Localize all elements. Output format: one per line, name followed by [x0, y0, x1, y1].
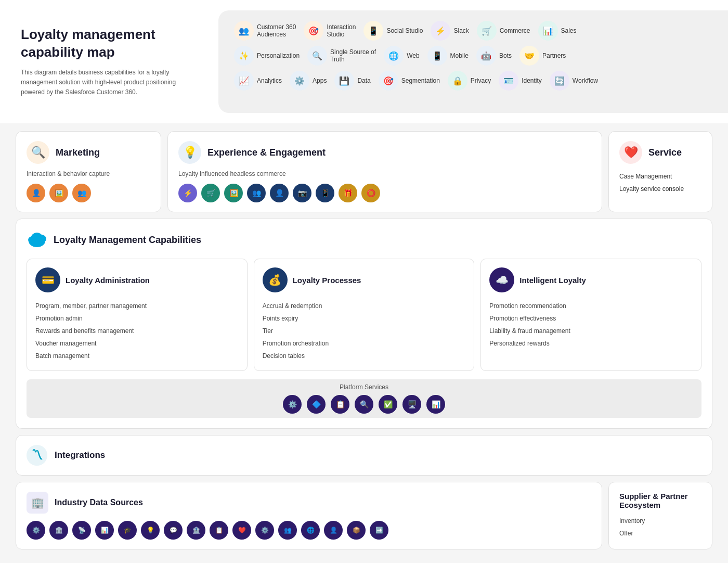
list-item: Tier — [263, 325, 466, 337]
platform-icons: ⚙️ 🔷 📋 🔍 ✅ 🖥️ 📊 — [35, 395, 693, 414]
bottom-row: 🏢 Industry Data Sources ⚙️ 🏛️ 📡 📊 🎓 💡 💬 … — [16, 482, 712, 549]
icon-segmentation: 🎯 Segmentation — [379, 71, 440, 91]
privacy-icon: 🔒 — [448, 71, 467, 91]
bots-icon: 🤖 — [476, 46, 496, 66]
customer360-icon: 👥 — [234, 21, 254, 41]
commerce-icon: 🛒 — [477, 21, 497, 41]
marketing-icon: 🔍 — [27, 141, 49, 164]
loyalty-processes-card: 💰 Loyalty Processes Accrual & redemption… — [254, 259, 475, 371]
loyalty-admin-icon: 💳 — [35, 267, 60, 292]
icon-label: Mobile — [450, 52, 469, 59]
intelligent-loyalty-card: ☁️ Intelligent Loyalty Promotion recomme… — [480, 259, 701, 371]
web-icon: 🌐 — [384, 46, 404, 66]
icon-label: Web — [407, 52, 419, 59]
intelligent-loyalty-items: Promotion recommendation Promotion effec… — [489, 300, 693, 350]
industry-icon: 🌐 — [301, 521, 320, 540]
experience-card: 💡 Experience & Engagement Loyalty influe… — [167, 131, 602, 212]
exp-icon-user: 👤 — [270, 184, 289, 202]
list-item: Promotion admin — [35, 312, 239, 325]
experience-icons: ⚡ 🛒 🖼️ 👥 👤 📷 📱 🎁 ⭕ — [178, 184, 591, 202]
loyalty-processes-icon: 💰 — [263, 267, 288, 292]
loyalty-processes-items: Accrual & redemption Points expiry Tier … — [263, 300, 466, 362]
main-content: 🔍 Marketing Interaction & behavior captu… — [0, 123, 728, 557]
icon-label: Single Source ofTruth — [330, 48, 376, 63]
segmentation-icon: 🎯 — [379, 71, 398, 91]
workflow-icon: 🔄 — [550, 71, 569, 91]
salesforce-cloud-icon — [27, 229, 47, 250]
icon-mobile: 📱 Mobile — [427, 46, 469, 66]
supplier-box: Supplier & Partner Ecosystem Inventory O… — [608, 482, 712, 549]
loyalty-admin-title: Loyalty Administration — [66, 276, 150, 285]
experience-icon: 💡 — [178, 141, 201, 164]
partners-icon: 🤝 — [519, 46, 539, 66]
exp-icon-cart: 🛒 — [201, 184, 220, 202]
icon-sales: 📊 Sales — [538, 21, 577, 41]
svg-point-3 — [31, 233, 43, 242]
icon-privacy: 🔒 Privacy — [448, 71, 491, 91]
platform-icon: 📊 — [426, 395, 445, 414]
industry-icon: ⚙️ — [27, 521, 45, 540]
list-item: Promotion orchestration — [263, 337, 466, 350]
icon-partners: 🤝 Partners — [519, 46, 566, 66]
social-icon: 📱 — [363, 21, 383, 41]
loyalty-cards-row: 💳 Loyalty Administration Program, member… — [27, 259, 701, 371]
icon-commerce: 🛒 Commerce — [477, 21, 530, 41]
platform-icon: ⚙️ — [283, 395, 302, 414]
industry-box: 🏢 Industry Data Sources ⚙️ 🏛️ 📡 📊 🎓 💡 💬 … — [16, 482, 602, 549]
apps-icon: ⚙️ — [290, 71, 309, 91]
loyalty-processes-title: Loyalty Processes — [293, 276, 361, 285]
icon-label: Apps — [313, 77, 327, 84]
icon-label: Social Studio — [386, 27, 423, 34]
loyalty-processes-header: 💰 Loyalty Processes — [263, 267, 466, 292]
icon-label: Bots — [499, 52, 512, 59]
icon-customer360: 👥 Customer 360Audiences — [234, 21, 296, 41]
marketing-card: 🔍 Marketing Interaction & behavior captu… — [16, 131, 161, 212]
icon-analytics: 📈 Analytics — [234, 71, 282, 91]
platform-icon: ✅ — [379, 395, 397, 414]
experience-header: 💡 Experience & Engagement — [178, 141, 591, 164]
industry-icon: ➡️ — [370, 521, 388, 540]
bot-icon-row: 📈 Analytics ⚙️ Apps 💾 Data 🎯 Segmentatio… — [234, 71, 712, 91]
experience-title: Experience & Engagement — [207, 147, 326, 158]
marketing-icons: 👤 🖼️ 👥 — [27, 184, 150, 202]
icon-data: 💾 Data — [334, 71, 370, 91]
exp-icon-img: 🖼️ — [224, 184, 243, 202]
service-icon: ❤️ — [619, 141, 642, 164]
list-item: Points expiry — [263, 312, 466, 325]
identity-icon: 🪪 — [499, 71, 518, 91]
header-left: Loyalty management capability map This d… — [0, 10, 218, 113]
integrations-box: 〽 Integrations — [16, 435, 712, 476]
service-items: Case Management Loyalty service console — [619, 170, 701, 195]
icon-label: Customer 360Audiences — [257, 23, 296, 38]
industry-icon: 📡 — [72, 521, 91, 540]
industry-icon: 👥 — [278, 521, 297, 540]
loyalty-mgmt-title: Loyalty Management Capabilities — [54, 235, 201, 246]
icon-workflow: 🔄 Workflow — [550, 71, 598, 91]
industry-icon: ⚙️ — [255, 521, 274, 540]
industry-title: Industry Data Sources — [55, 498, 143, 507]
industry-icon: 📋 — [210, 521, 228, 540]
platform-icon: 📋 — [331, 395, 349, 414]
experience-subtitle: Loyalty influenced headless commerce — [178, 170, 591, 177]
page-description: This diagram details business capabiliti… — [21, 68, 198, 98]
icon-bots: 🤖 Bots — [476, 46, 512, 66]
supplier-item-inventory: Inventory — [619, 515, 701, 527]
icon-apps: ⚙️ Apps — [290, 71, 327, 91]
list-item: Decision tables — [263, 350, 466, 362]
service-item-loyalty: Loyalty service console — [619, 183, 701, 195]
industry-header: 🏢 Industry Data Sources — [27, 492, 591, 514]
exp-icon-users: 👥 — [247, 184, 266, 202]
list-item: Promotion effectiveness — [489, 312, 693, 325]
exp-icon-slack: ⚡ — [178, 184, 197, 202]
loyalty-admin-items: Program, member, partner management Prom… — [35, 300, 239, 362]
industry-icon: 🏛️ — [49, 521, 68, 540]
supplier-items: Inventory Offer — [619, 515, 701, 540]
platform-label: Platform Services — [35, 383, 693, 391]
industry-icon: 👤 — [324, 521, 343, 540]
list-item: Promotion recommendation — [489, 300, 693, 312]
single-source-icon: 🔍 — [307, 46, 327, 66]
mid-icon-row: ✨ Personalization 🔍 Single Source ofTrut… — [234, 46, 712, 66]
loyalty-admin-card: 💳 Loyalty Administration Program, member… — [27, 259, 248, 371]
industry-icon: ❤️ — [232, 521, 251, 540]
top-icon-row: 👥 Customer 360Audiences 🎯 InteractionStu… — [234, 21, 712, 41]
